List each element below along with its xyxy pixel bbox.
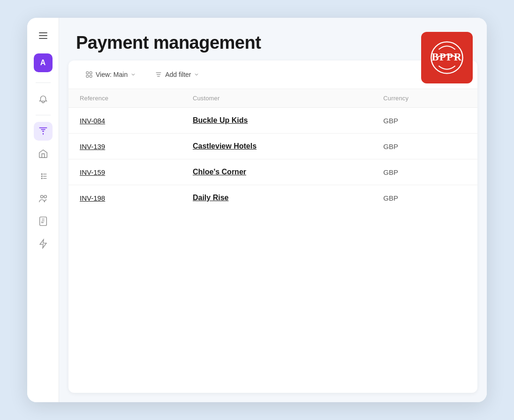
reference-link-0[interactable]: INV-084 (80, 117, 105, 125)
col-reference: Reference (68, 89, 181, 108)
svg-rect-13 (90, 75, 92, 77)
filter-chevron-icon (194, 72, 199, 77)
cell-reference-1: INV-139 (68, 134, 181, 159)
payment-table: Reference Customer Currency INV-084 Buck… (68, 89, 477, 210)
cell-currency-2: GBP (372, 159, 477, 185)
customer-link-1[interactable]: Castleview Hotels (193, 142, 257, 150)
view-main-label: View: Main (96, 71, 128, 78)
bppr-logo: BPPR (428, 39, 466, 76)
cell-currency-3: GBP (372, 185, 477, 211)
invoice-icon[interactable]: £ (34, 212, 53, 231)
svg-point-2 (41, 176, 42, 177)
logo-badge: BPPR (421, 32, 473, 83)
svg-point-7 (44, 195, 46, 198)
cell-customer-0: Buckle Up Kids (181, 108, 372, 134)
table-row: INV-139 Castleview Hotels GBP (68, 134, 477, 159)
cell-customer-1: Castleview Hotels (181, 134, 372, 159)
table-view-icon (85, 71, 93, 78)
svg-rect-10 (86, 72, 89, 74)
customer-link-0[interactable]: Buckle Up Kids (193, 116, 248, 124)
sidebar-divider-top (36, 82, 51, 83)
reference-link-1[interactable]: INV-139 (80, 142, 105, 150)
cell-customer-2: Chloe's Corner (181, 159, 372, 185)
avatar[interactable]: A (34, 53, 53, 72)
page-title: Payment management (76, 33, 261, 53)
sidebar: A (27, 18, 59, 402)
svg-rect-11 (90, 72, 92, 74)
home-icon[interactable] (34, 144, 53, 163)
svg-point-6 (40, 195, 43, 198)
table-header-row: Reference Customer Currency (68, 89, 477, 108)
cell-reference-0: INV-084 (68, 108, 181, 134)
svg-rect-12 (86, 75, 89, 77)
svg-text:£: £ (41, 221, 42, 224)
reference-link-3[interactable]: INV-198 (80, 194, 105, 202)
filter-icon[interactable] (34, 122, 53, 141)
notification-icon[interactable] (34, 90, 53, 108)
col-currency: Currency (372, 89, 477, 108)
toolbar: View: Main Add filter (68, 60, 477, 89)
table-row: INV-159 Chloe's Corner GBP (68, 159, 477, 185)
reference-link-2[interactable]: INV-159 (80, 168, 105, 176)
col-customer: Customer (181, 89, 372, 108)
svg-point-4 (41, 178, 42, 179)
table-row: INV-084 Buckle Up Kids GBP (68, 108, 477, 134)
lightning-icon[interactable] (34, 234, 53, 253)
sidebar-divider-2 (36, 115, 51, 115)
tasks-icon[interactable] (34, 167, 53, 186)
svg-text:BPPR: BPPR (432, 51, 462, 63)
cell-currency-1: GBP (372, 134, 477, 159)
table-container: View: Main Add filter (68, 60, 477, 393)
app-container: A (27, 18, 487, 402)
cell-reference-3: INV-198 (68, 185, 181, 211)
add-filter-button[interactable]: Add filter (149, 68, 205, 81)
view-main-button[interactable]: View: Main (80, 68, 142, 81)
cell-currency-0: GBP (372, 108, 477, 134)
svg-point-0 (41, 174, 42, 175)
customer-link-2[interactable]: Chloe's Corner (193, 168, 246, 176)
hamburger-menu[interactable] (35, 27, 52, 44)
team-icon[interactable] (34, 189, 53, 208)
cell-reference-2: INV-159 (68, 159, 181, 185)
filter-lines-icon (155, 71, 162, 78)
cell-customer-3: Daily Rise (181, 185, 372, 211)
chevron-down-icon (130, 72, 136, 77)
customer-link-3[interactable]: Daily Rise (193, 194, 228, 202)
add-filter-label: Add filter (165, 71, 191, 78)
table-row: INV-198 Daily Rise GBP (68, 185, 477, 211)
